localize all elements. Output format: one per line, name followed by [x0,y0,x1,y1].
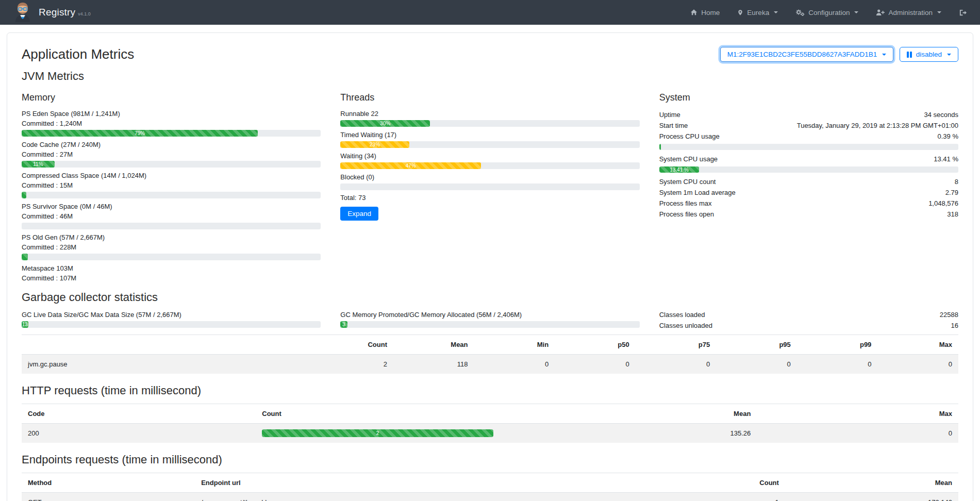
memory-committed-label: Committed : 1,240M [22,119,321,128]
user-plus-icon [876,9,885,16]
cell-min: 0 [474,355,555,374]
row-label: Process files open [659,209,714,219]
column-header-max: Max [877,335,958,355]
table-row: jvm.gc.pause 2 118 0 0 0 0 0 0 [22,355,958,374]
column-header-p99: p99 [797,335,878,355]
progress-fill: 47% [340,162,481,169]
nav-item-eureka[interactable]: Eureka [737,9,778,16]
refresh-disabled-dropdown[interactable]: disabled [900,47,958,62]
thread-state-label: Runnable 22 [340,109,639,118]
pause-icon [907,52,912,58]
progress-fill: 2 [262,429,493,437]
gc-heading: Garbage collector statistics [22,291,958,304]
cell-max: 0 [877,355,958,374]
row-value: Tuesday, January 29, 2019 at 2:13:28 PM … [797,121,958,130]
row-value: 22588 [940,310,958,320]
table-row: GET /management/threaddump 1 173.142 [22,493,958,501]
http-requests-heading: HTTP requests (time in millisecond) [22,384,958,397]
row-value: 1,048,576 [928,198,958,208]
chevron-down-icon [882,54,886,56]
column-header-count: Count [256,404,499,424]
cell-count: 2 [312,355,393,374]
threads-column: Threads Runnable 22 30% Timed Waiting (1… [340,89,639,283]
nav-item-configuration[interactable]: Configuration [795,9,858,16]
gc-metric-name: jvm.gc.pause [22,355,312,374]
memory-entry: PS Old Gen (57M / 2,667M) Committed : 22… [22,233,321,260]
navbar: Registryv4.1.0 Home Eureka [0,0,980,25]
memory-pool-label: PS Eden Space (981M / 1,241M) [22,109,321,118]
column-header-max: Max [757,404,958,424]
column-header-mean: Mean [785,473,958,493]
progress-fill: 30% [340,120,430,127]
cell-max: 0 [757,424,958,443]
thread-state-label: Waiting (34) [340,152,639,160]
memory-entry: PS Eden Space (981M / 1,241M) Committed … [22,109,321,137]
home-icon [690,9,697,16]
row-label: Classes loaded [659,310,705,320]
nav-item-administration[interactable]: Administration [876,9,941,16]
progress-fill: 79% [22,130,258,137]
memory-progress-bar [22,223,321,229]
progress-fill: 11% [22,161,55,168]
system-heading: System [659,92,958,103]
nav-item-home[interactable]: Home [690,9,720,16]
chevron-down-icon [947,54,951,56]
row-value: 2.79 [945,188,958,197]
expand-button[interactable]: Expand [340,207,378,221]
progress-fill [22,254,28,260]
memory-heading: Memory [22,92,321,103]
chevron-down-icon [774,11,778,13]
sign-out-button[interactable] [959,9,967,16]
memory-entry: Metaspace 103M Committed : 107M [22,264,321,282]
thread-progress-bar: 23% [340,141,639,148]
column-header-p95: p95 [716,335,797,355]
system-row-load-average: System 1m Load average 2.79 [659,187,958,198]
memory-progress-bar [22,192,321,198]
cell-p75: 0 [636,355,717,374]
progress-fill: 23% [340,141,409,148]
thread-state-label: Timed Waiting (17) [340,130,639,139]
thread-progress-bar [340,183,639,190]
brand[interactable]: Registryv4.1.0 [13,2,91,24]
system-cpu-progress-bar: 13.41 % [659,166,958,173]
system-row-system-cpu: System CPU usage 13.41 % [659,154,958,164]
cell-mean: 118 [393,355,474,374]
cell-count: 1 [603,493,785,501]
threads-heading: Threads [340,92,639,103]
memory-committed-label: Committed : 107M [22,274,321,282]
memory-column: Memory PS Eden Space (981M / 1,241M) Com… [22,89,321,283]
system-row-files-open: Process files open 318 [659,209,958,220]
row-label: Start time [659,121,688,130]
row-value: 34 seconds [924,110,958,120]
memory-progress-bar: 11% [22,161,321,168]
row-value: 0.39 % [938,131,958,141]
memory-entry: Compressed Class Space (14M / 1,024M) Co… [22,171,321,198]
row-label: Classes unloaded [659,321,712,330]
memory-progress-bar [22,254,321,260]
nav-label-configuration: Configuration [808,9,850,16]
memory-committed-label: Committed : 46M [22,212,321,221]
row-label: System CPU usage [659,154,718,164]
memory-pool-label: Metaspace 103M [22,264,321,273]
cell-count-bar: 2 [256,424,499,443]
progress-fill [659,144,661,150]
column-header-count: Count [312,335,393,355]
endpoints-requests-heading: Endpoints requests (time in millisecond) [22,453,958,466]
cell-p50: 0 [555,355,636,374]
endpoints-requests-table: Method Endpoint url Count Mean GET /mana… [22,473,958,501]
thread-progress-bar: 30% [340,120,639,127]
cell-method: GET [22,493,195,501]
row-label: System CPU count [659,177,716,187]
http-requests-table: Code Count Mean Max 200 2 135.26 0 [22,404,958,443]
column-header-mean: Mean [393,335,474,355]
row-label: Process CPU usage [659,131,720,141]
instance-select-dropdown[interactable]: M1:2F93E1CBD2C3FE55BDD8627A3FADD1B1 [720,47,893,62]
sign-out-icon [959,9,967,16]
column-header-min: Min [474,335,555,355]
memory-progress-bar: 79% [22,130,321,137]
system-row-cpu-count: System CPU count 8 [659,176,958,187]
http-table-header-row: Code Count Mean Max [22,404,958,424]
column-header-endpoint-url: Endpoint url [195,473,602,493]
gc-promoted: GC Memory Promoted/GC Memory Allocated (… [340,309,639,331]
thread-entry: Blocked (0) [340,173,639,190]
